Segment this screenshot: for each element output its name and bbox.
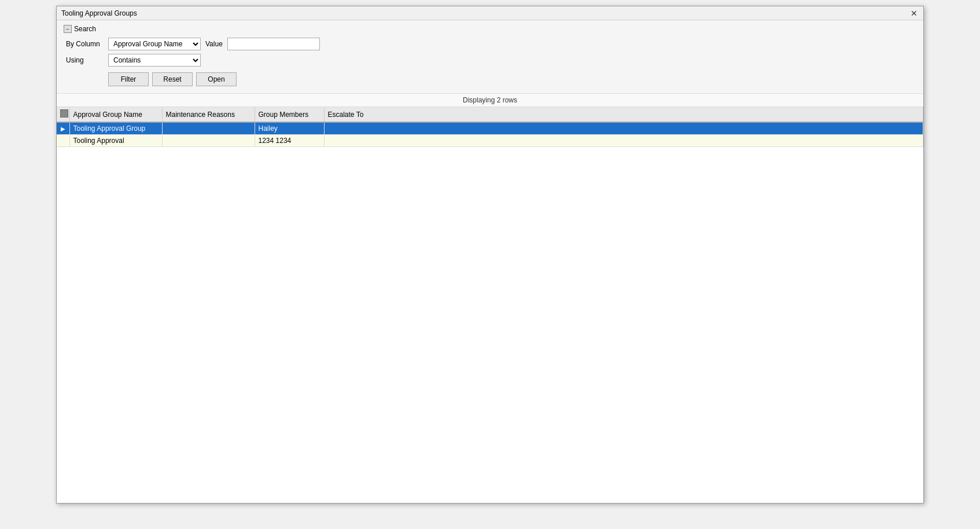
table-body: ▶Tooling Approval GroupHaileyTooling App… — [57, 122, 923, 147]
by-column-label: By Column — [66, 40, 104, 48]
cell-reasons — [162, 135, 255, 147]
filter-button[interactable]: Filter — [108, 72, 149, 86]
cell-name: Tooling Approval — [69, 135, 162, 147]
by-column-row: By Column Approval Group Name Value — [66, 38, 916, 50]
using-label: Using — [66, 56, 104, 64]
by-column-select[interactable]: Approval Group Name — [108, 38, 201, 50]
cell-members: 1234 1234 — [255, 135, 324, 147]
search-form: By Column Approval Group Name Value Usin… — [64, 38, 916, 86]
header-icon — [60, 109, 68, 117]
cell-reasons — [162, 122, 255, 135]
close-button[interactable]: ✕ — [909, 9, 919, 18]
cell-escalate — [324, 122, 923, 135]
table-container[interactable]: Approval Group Name Maintenance Reasons … — [57, 107, 923, 503]
search-panel: − Search By Column Approval Group Name V… — [57, 20, 923, 94]
table-row[interactable]: Tooling Approval1234 1234 — [57, 135, 923, 147]
value-label: Value — [205, 40, 223, 48]
cell-members: Hailey — [255, 122, 324, 135]
data-table: Approval Group Name Maintenance Reasons … — [57, 107, 923, 147]
row-indicator: ▶ — [57, 122, 69, 135]
col-header-escalate[interactable]: Escalate To — [324, 107, 923, 122]
cell-escalate — [324, 135, 923, 147]
row-indicator — [57, 135, 69, 147]
button-row: Filter Reset Open — [66, 72, 916, 86]
cell-name: Tooling Approval Group — [69, 122, 162, 135]
display-info: Displaying 2 rows — [57, 94, 923, 107]
col-header-name[interactable]: Approval Group Name — [69, 107, 162, 122]
title-bar: Tooling Approval Groups ✕ — [57, 6, 923, 20]
window-title: Tooling Approval Groups — [61, 9, 137, 17]
search-header: − Search — [64, 25, 916, 33]
col-header-reasons[interactable]: Maintenance Reasons — [162, 107, 255, 122]
main-window: Tooling Approval Groups ✕ − Search By Co… — [56, 6, 924, 504]
using-select[interactable]: Contains — [108, 54, 201, 67]
using-row: Using Contains — [66, 54, 916, 67]
open-button[interactable]: Open — [196, 72, 237, 86]
value-input[interactable] — [227, 38, 320, 50]
table-header-row: Approval Group Name Maintenance Reasons … — [57, 107, 923, 122]
collapse-button[interactable]: − — [64, 25, 72, 33]
col-header-members[interactable]: Group Members — [255, 107, 324, 122]
row-arrow-icon: ▶ — [61, 126, 65, 132]
table-row[interactable]: ▶Tooling Approval GroupHailey — [57, 122, 923, 135]
search-label: Search — [74, 25, 96, 33]
col-header-icon — [57, 107, 69, 122]
content-area: Displaying 2 rows Approval Group Name Ma… — [57, 94, 923, 503]
reset-button[interactable]: Reset — [152, 72, 193, 86]
